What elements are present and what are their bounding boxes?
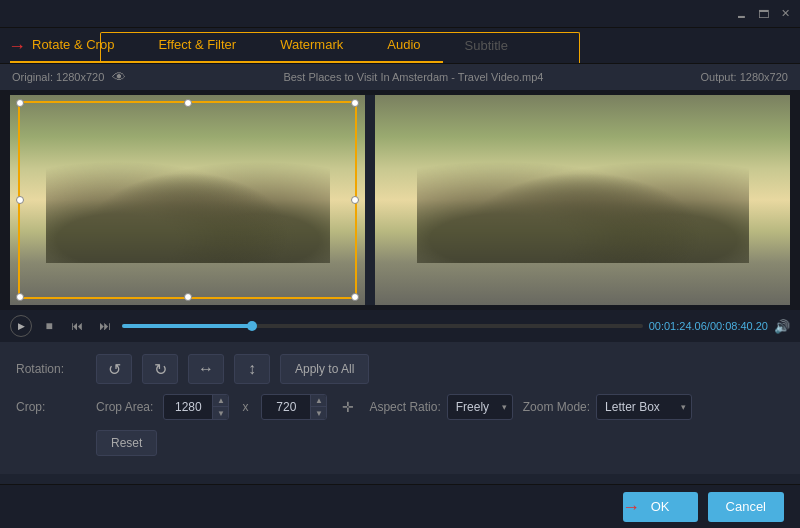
height-input-group: ▲ ▼ [261, 394, 327, 420]
progress-bar[interactable] [122, 324, 643, 328]
original-resolution: Original: 1280x720 [12, 71, 104, 83]
crop-handle-br[interactable] [351, 293, 359, 301]
rotate-right-button[interactable]: ↻ [142, 354, 178, 384]
crop-handle-ml[interactable] [16, 196, 24, 204]
video-filename: Best Places to Visit In Amsterdam - Trav… [283, 71, 543, 83]
width-spinners: ▲ ▼ [212, 394, 228, 420]
time-display: 00:01:24.06/00:08:40.20 [649, 320, 768, 332]
right-preview [375, 95, 790, 305]
play-button[interactable]: ▶ [10, 315, 32, 337]
bottom-bar: → OK Cancel [0, 484, 800, 528]
rotate-left-button[interactable]: ↺ [96, 354, 132, 384]
preview-divider [365, 95, 375, 305]
playback-bar: ▶ ■ ⏮ ⏭ 00:01:24.06/00:08:40.20 🔊 [0, 310, 800, 342]
progress-fill [122, 324, 252, 328]
tab-bar: → Rotate & Crop Effect & Filter Watermar… [0, 28, 800, 64]
maximize-button[interactable]: 🗖 [756, 7, 770, 21]
crop-area-label: Crop Area: [96, 400, 153, 414]
apply-to-all-button[interactable]: Apply to All [280, 354, 369, 384]
crop-handle-bl[interactable] [16, 293, 24, 301]
tab-watermark[interactable]: Watermark [258, 28, 365, 63]
tab-audio[interactable]: Audio [365, 28, 442, 63]
width-input[interactable] [164, 400, 212, 414]
rotation-row: Rotation: ↺ ↻ ↔ ↕ Apply to All [16, 354, 784, 384]
left-preview [10, 95, 365, 305]
crop-handle-tm[interactable] [184, 99, 192, 107]
crop-overlay[interactable] [18, 101, 357, 299]
tab-rotate-crop[interactable]: Rotate & Crop [10, 28, 136, 63]
flip-vertical-button[interactable]: ↕ [234, 354, 270, 384]
height-spin-down[interactable]: ▼ [311, 407, 326, 420]
progress-thumb[interactable] [247, 321, 257, 331]
crop-handle-mr[interactable] [351, 196, 359, 204]
aspect-ratio-select[interactable]: Freely 16:9 4:3 1:1 9:16 [447, 394, 513, 420]
zoom-mode-group: Zoom Mode: Letter Box Pan & Scan Full ▾ [523, 394, 692, 420]
tab-subtitle[interactable]: Subtitle [443, 28, 530, 63]
height-spin-up[interactable]: ▲ [311, 394, 326, 407]
dimension-separator: x [242, 400, 248, 414]
prev-button[interactable]: ⏮ [66, 318, 88, 334]
cyclists-overlay-right [417, 148, 749, 264]
video-info-bar: Original: 1280x720 👁 Best Places to Visi… [0, 64, 800, 90]
rotation-label: Rotation: [16, 362, 86, 376]
crop-label: Crop: [16, 400, 86, 414]
zoom-mode-label: Zoom Mode: [523, 400, 590, 414]
width-spin-down[interactable]: ▼ [213, 407, 228, 420]
zoom-mode-select-wrap: Letter Box Pan & Scan Full ▾ [596, 394, 692, 420]
width-input-group: ▲ ▼ [163, 394, 229, 420]
volume-icon[interactable]: 🔊 [774, 319, 790, 334]
flip-horizontal-button[interactable]: ↔ [188, 354, 224, 384]
crop-handle-tr[interactable] [351, 99, 359, 107]
aspect-ratio-select-wrap: Freely 16:9 4:3 1:1 9:16 ▾ [447, 394, 513, 420]
controls-area: Rotation: ↺ ↻ ↔ ↕ Apply to All Crop: Cro… [0, 342, 800, 474]
reset-button[interactable]: Reset [96, 430, 157, 456]
height-input[interactable] [262, 400, 310, 414]
next-button[interactable]: ⏭ [94, 318, 116, 334]
height-spinners: ▲ ▼ [310, 394, 326, 420]
preview-area [0, 90, 800, 310]
close-button[interactable]: ✕ [778, 7, 792, 21]
crop-handle-bm[interactable] [184, 293, 192, 301]
cancel-button[interactable]: Cancel [708, 492, 784, 522]
right-video-frame [375, 95, 790, 305]
eye-icon[interactable]: 👁 [112, 69, 126, 85]
stop-button[interactable]: ■ [38, 318, 60, 334]
aspect-ratio-label: Aspect Ratio: [369, 400, 440, 414]
minimize-button[interactable]: 🗕 [734, 7, 748, 21]
output-resolution: Output: 1280x720 [701, 71, 788, 83]
ok-button[interactable]: OK [623, 492, 698, 522]
move-icon[interactable]: ✛ [337, 396, 359, 418]
zoom-mode-select[interactable]: Letter Box Pan & Scan Full [596, 394, 692, 420]
title-bar: 🗕 🗖 ✕ [0, 0, 800, 28]
tab-effect-filter[interactable]: Effect & Filter [136, 28, 258, 63]
crop-handle-tl[interactable] [16, 99, 24, 107]
crop-row: Crop: Crop Area: ▲ ▼ x ▲ ▼ ✛ Aspect Rati… [16, 394, 784, 420]
width-spin-up[interactable]: ▲ [213, 394, 228, 407]
reset-row: Reset [16, 430, 784, 456]
aspect-ratio-group: Aspect Ratio: Freely 16:9 4:3 1:1 9:16 ▾ [369, 394, 512, 420]
